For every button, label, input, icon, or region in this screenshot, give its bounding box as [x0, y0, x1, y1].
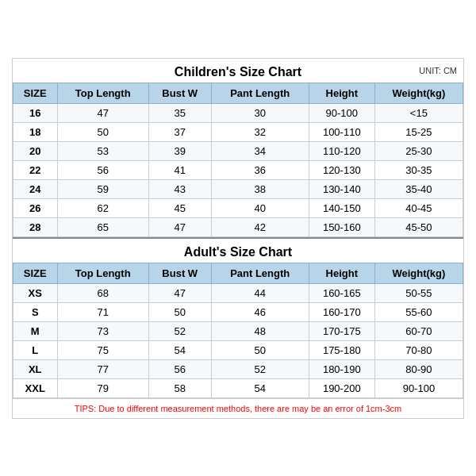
table-row: 22564136120-13030-35 [13, 160, 463, 179]
table-cell: 190-200 [309, 378, 374, 397]
table-cell: 52 [211, 359, 309, 378]
col-size: SIZE [13, 83, 58, 103]
table-cell: 56 [148, 359, 211, 378]
adult-table: SIZE Top Length Bust W Pant Length Heigh… [13, 263, 463, 398]
table-cell: 68 [57, 283, 148, 302]
table-cell: 32 [211, 122, 309, 141]
table-cell: 50-55 [374, 283, 463, 302]
table-cell: 26 [13, 198, 58, 217]
table-cell: 42 [211, 217, 309, 236]
children-table-body: 1647353090-100<1518503732100-11015-25205… [13, 103, 463, 236]
table-cell: 20 [13, 141, 58, 160]
table-cell: 53 [57, 141, 148, 160]
table-cell: 25-30 [374, 141, 463, 160]
table-row: L755450175-18070-80 [13, 340, 463, 359]
table-cell: 50 [57, 122, 148, 141]
table-cell: 54 [148, 340, 211, 359]
table-cell: 56 [57, 160, 148, 179]
table-row: 1647353090-100<15 [13, 103, 463, 122]
table-cell: 44 [211, 283, 309, 302]
table-cell: 16 [13, 103, 58, 122]
col-top-length: Top Length [57, 83, 148, 103]
table-cell: 62 [57, 198, 148, 217]
adult-col-pant-length: Pant Length [211, 263, 309, 283]
table-row: 24594338130-14035-40 [13, 179, 463, 198]
table-cell: 40-45 [374, 198, 463, 217]
table-cell: 22 [13, 160, 58, 179]
adult-col-height: Height [309, 263, 374, 283]
table-cell: 65 [57, 217, 148, 236]
table-cell: 79 [57, 378, 148, 397]
table-cell: 45-50 [374, 217, 463, 236]
table-cell: XL [13, 359, 58, 378]
adult-table-body: XS684744160-16550-55S715046160-17055-60M… [13, 283, 463, 397]
table-cell: 28 [13, 217, 58, 236]
table-row: XS684744160-16550-55 [13, 283, 463, 302]
table-cell: 77 [57, 359, 148, 378]
table-row: 26624540140-15040-45 [13, 198, 463, 217]
table-cell: 35 [148, 103, 211, 122]
table-cell: 48 [211, 321, 309, 340]
table-cell: 59 [57, 179, 148, 198]
table-cell: 160-170 [309, 302, 374, 321]
tips-text: TIPS: Due to different measurement metho… [13, 398, 463, 418]
table-cell: 90-100 [309, 103, 374, 122]
table-cell: 70-80 [374, 340, 463, 359]
col-weight: Weight(kg) [374, 83, 463, 103]
table-cell: 38 [211, 179, 309, 198]
table-cell: 47 [148, 217, 211, 236]
table-cell: 30-35 [374, 160, 463, 179]
table-cell: 130-140 [309, 179, 374, 198]
table-cell: 36 [211, 160, 309, 179]
table-row: XXL795854190-20090-100 [13, 378, 463, 397]
size-chart-container: Children's Size Chart UNIT: CM SIZE Top … [12, 58, 464, 419]
col-pant-length: Pant Length [211, 83, 309, 103]
table-cell: 175-180 [309, 340, 374, 359]
table-cell: 80-90 [374, 359, 463, 378]
adult-section-title: Adult's Size Chart [13, 237, 463, 263]
table-cell: 170-175 [309, 321, 374, 340]
table-cell: 35-40 [374, 179, 463, 198]
table-row: XL775652180-19080-90 [13, 359, 463, 378]
table-cell: 18 [13, 122, 58, 141]
table-cell: 180-190 [309, 359, 374, 378]
table-cell: 55-60 [374, 302, 463, 321]
adult-header-row: SIZE Top Length Bust W Pant Length Heigh… [13, 263, 463, 283]
table-cell: 71 [57, 302, 148, 321]
table-cell: 46 [211, 302, 309, 321]
table-row: 18503732100-11015-25 [13, 122, 463, 141]
table-cell: 120-130 [309, 160, 374, 179]
unit-label: UNIT: CM [419, 66, 457, 75]
table-cell: 15-25 [374, 122, 463, 141]
table-cell: 50 [211, 340, 309, 359]
table-cell: XS [13, 283, 58, 302]
table-cell: 160-165 [309, 283, 374, 302]
children-title-text: Children's Size Chart [175, 65, 301, 79]
adult-title-text: Adult's Size Chart [184, 245, 292, 259]
table-row: 20533934110-12025-30 [13, 141, 463, 160]
table-cell: 40 [211, 198, 309, 217]
adult-col-size: SIZE [13, 263, 58, 283]
table-cell: 45 [148, 198, 211, 217]
table-cell: 100-110 [309, 122, 374, 141]
table-cell: 73 [57, 321, 148, 340]
adult-col-top-length: Top Length [57, 263, 148, 283]
table-cell: 39 [148, 141, 211, 160]
table-cell: 90-100 [374, 378, 463, 397]
children-section-title: Children's Size Chart UNIT: CM [13, 59, 463, 83]
table-cell: 110-120 [309, 141, 374, 160]
adult-col-weight: Weight(kg) [374, 263, 463, 283]
table-cell: 58 [148, 378, 211, 397]
table-row: 28654742150-16045-50 [13, 217, 463, 236]
table-cell: 41 [148, 160, 211, 179]
table-cell: 52 [148, 321, 211, 340]
table-cell: 54 [211, 378, 309, 397]
table-cell: 30 [211, 103, 309, 122]
table-cell: 60-70 [374, 321, 463, 340]
children-header-row: SIZE Top Length Bust W Pant Length Heigh… [13, 83, 463, 103]
table-row: M735248170-17560-70 [13, 321, 463, 340]
adult-col-bust-w: Bust W [148, 263, 211, 283]
col-bust-w: Bust W [148, 83, 211, 103]
table-cell: XXL [13, 378, 58, 397]
table-cell: 47 [57, 103, 148, 122]
